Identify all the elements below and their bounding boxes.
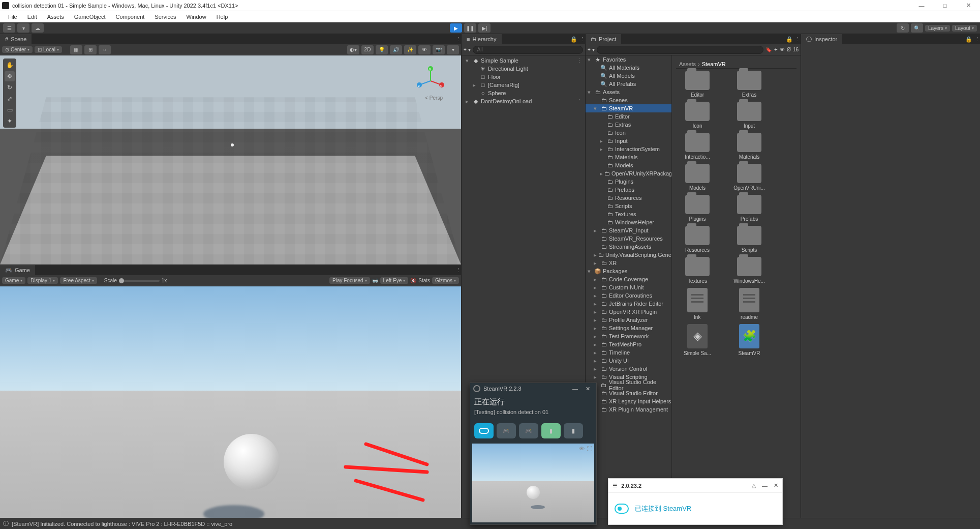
project-tree-item[interactable]: ▸🗀Unity.VisualScripting.Generated [586, 251, 671, 259]
project-tree-item[interactable]: 🗀Extras [586, 121, 671, 129]
project-grid-item[interactable]: Icon [676, 102, 719, 129]
space-dropdown[interactable]: ⊡Local [35, 46, 62, 53]
camera-toggle[interactable]: 📷 [433, 45, 445, 54]
project-tree-item[interactable]: ▸🗀Timeline [586, 348, 671, 357]
gizmos-dropdown[interactable]: ▾ [447, 45, 459, 54]
project-tree-item[interactable]: ▸🗀Settings Manager [586, 324, 671, 332]
breadcrumb[interactable]: Assets › SteamVR [676, 60, 797, 69]
project-tree-item[interactable]: ▸🗀Unity UI [586, 357, 671, 365]
maximize-button[interactable]: □ [933, 0, 957, 11]
tab-menu-icon[interactable]: ⋮ [795, 36, 801, 43]
project-tree-item[interactable]: ▸🗀TextMeshPro [586, 340, 671, 348]
project-tree-item[interactable]: 🗀Resources [586, 194, 671, 202]
project-tree-item[interactable]: ▸🗀Editor Coroutines [586, 291, 671, 300]
tab-menu-icon[interactable]: ⋮ [579, 36, 585, 43]
project-tree-item[interactable]: 🗀StreamingAssets [586, 243, 671, 251]
project-grid-item[interactable]: Textures [676, 257, 719, 284]
steamvr-close[interactable]: ✕ [583, 386, 593, 392]
tab-game[interactable]: 🎮 Game [0, 265, 36, 275]
play-focused-dropdown[interactable]: Play Focused [329, 277, 370, 284]
project-grid-item[interactable]: Materials [728, 133, 771, 160]
hierarchy-item[interactable]: ▾◆Simple Sample⋮ [462, 56, 585, 65]
tab-project[interactable]: 🗀 Project [586, 34, 622, 44]
base-station-icon[interactable]: ▮ [541, 423, 561, 438]
project-tree-item[interactable]: ▾🗀SteamVR [586, 104, 671, 112]
project-tree-item[interactable]: 🗀SteamVR_Resources [586, 234, 671, 243]
project-tree-item[interactable]: ▸🗀XR Plugin Management [586, 405, 671, 414]
light-toggle[interactable]: 💡 [376, 45, 388, 54]
transform-tool-icon[interactable]: ✦ [5, 116, 15, 126]
tab-scene[interactable]: # Scene [0, 34, 32, 44]
move-tool-icon[interactable]: ✥ [5, 71, 15, 81]
project-grid-item[interactable]: 🧩SteamVR [728, 324, 771, 356]
2d-toggle[interactable]: 2D [361, 45, 374, 54]
shading-dropdown[interactable]: ◐▾ [347, 45, 359, 54]
hierarchy-item[interactable]: □Floor [462, 73, 585, 81]
steamvr-minimize[interactable]: — [569, 386, 581, 392]
preview-eye-icon[interactable]: 👁 [579, 446, 585, 452]
menu-edit[interactable]: Edit [22, 13, 42, 21]
project-tree-item[interactable]: 🗀WindowsHelper [586, 218, 671, 226]
filter-icon[interactable]: 🔖 [765, 47, 772, 52]
pause-button[interactable]: ❚❚ [464, 23, 476, 33]
project-tree-item[interactable]: ▸🗀Custom NUnit [586, 283, 671, 291]
project-tree-item[interactable]: ▸🗀Version Control [586, 365, 671, 373]
hierarchy-item[interactable]: ▸◆DontDestroyOnLoad⋮ [462, 97, 585, 105]
project-tree-item[interactable]: ▾📦Packages [586, 267, 671, 275]
cloud-icon[interactable]: ☁ [32, 23, 44, 33]
aspect-dropdown[interactable]: Free Aspect [60, 277, 97, 284]
project-tree-item[interactable]: ▸🗀SteamVR_Input [586, 226, 671, 234]
tab-inspector[interactable]: ⓘ Inspector [801, 34, 843, 44]
project-grid-item[interactable]: Resources [676, 226, 719, 253]
hidden-toggle[interactable]: 👁 [418, 45, 431, 54]
project-search[interactable] [597, 46, 763, 54]
menu-assets[interactable]: Assets [42, 13, 69, 21]
project-tree-item[interactable]: ▾★Favorites [586, 55, 671, 64]
project-tree-item[interactable]: 🗀Textures [586, 210, 671, 218]
mute-icon[interactable]: 🔇 [410, 278, 416, 283]
project-tree-item[interactable]: ▾🗀Assets [586, 88, 671, 96]
stats-button[interactable]: Stats [418, 278, 430, 283]
project-tree-item[interactable]: ▸🗀Visual Studio Code Editor [586, 381, 671, 389]
scene-view[interactable]: ✋ ✥ ↻ ⤢ ▭ ✦ x z y [0, 55, 461, 264]
project-grid-item[interactable]: OpenVRUni... [728, 164, 771, 191]
menu-window[interactable]: Window [181, 13, 211, 21]
create-dropdown[interactable]: + ▾ [464, 47, 471, 52]
project-grid-item[interactable]: WindowsHe... [728, 257, 771, 284]
orientation-gizmo[interactable]: x z y [415, 66, 446, 96]
increment-icon[interactable]: ↔ [99, 45, 111, 54]
vive-menu-icon[interactable]: ≡ [612, 481, 617, 490]
vive-close[interactable]: ✕ [774, 482, 778, 489]
project-grid-item[interactable]: Prefabs [728, 195, 771, 222]
menu-component[interactable]: Component [110, 13, 149, 21]
step-button[interactable]: ▶| [478, 23, 491, 33]
menu-file[interactable]: File [3, 13, 22, 21]
vive-minimize[interactable]: — [762, 483, 768, 489]
scale-slider[interactable] [119, 280, 160, 282]
rect-tool-icon[interactable]: ▭ [5, 105, 15, 115]
close-button[interactable]: ✕ [957, 0, 980, 11]
project-tree-item[interactable]: 🗀Editor [586, 112, 671, 121]
project-tree-item[interactable]: ▸🗀Code Coverage [586, 275, 671, 283]
project-grid-item[interactable]: lnk [676, 288, 719, 320]
project-grid-item[interactable]: Interactio... [676, 133, 719, 160]
project-tree-item[interactable]: ▸🗀InteractionSystem [586, 145, 671, 153]
eye-dropdown[interactable]: Left Eye [380, 277, 409, 284]
tab-hierarchy[interactable]: ≡ Hierarchy [462, 34, 502, 44]
rotate-tool-icon[interactable]: ↻ [5, 82, 15, 93]
tab-menu-icon[interactable]: ⋮ [455, 36, 461, 43]
vive-overlay[interactable]: ≡ 2.0.23.2 △ — ✕ 已连接到 SteamVR [608, 478, 783, 525]
project-tree-item[interactable]: ▸🗀XR Legacy Input Helpers [586, 397, 671, 405]
services-icon[interactable]: ▾ [17, 23, 29, 33]
project-create-dropdown[interactable]: + ▾ [588, 47, 595, 52]
hmd-icon[interactable] [474, 423, 494, 438]
game-gizmos-dropdown[interactable]: Gizmos [432, 277, 459, 284]
hierarchy-search[interactable] [473, 46, 583, 54]
project-tree-item[interactable]: 🗀Prefabs [586, 186, 671, 194]
panel-lock-icon[interactable]: 🔒 [965, 36, 972, 43]
project-tree-item[interactable]: ▸🗀Input [586, 137, 671, 145]
project-tree-item[interactable]: 🔍All Materials [586, 64, 671, 72]
project-tree-item[interactable]: ▸🗀XR [586, 259, 671, 267]
project-tree-item[interactable]: ▸🗀Profile Analyzer [586, 316, 671, 324]
project-tree-item[interactable]: 🔍All Models [586, 72, 671, 80]
